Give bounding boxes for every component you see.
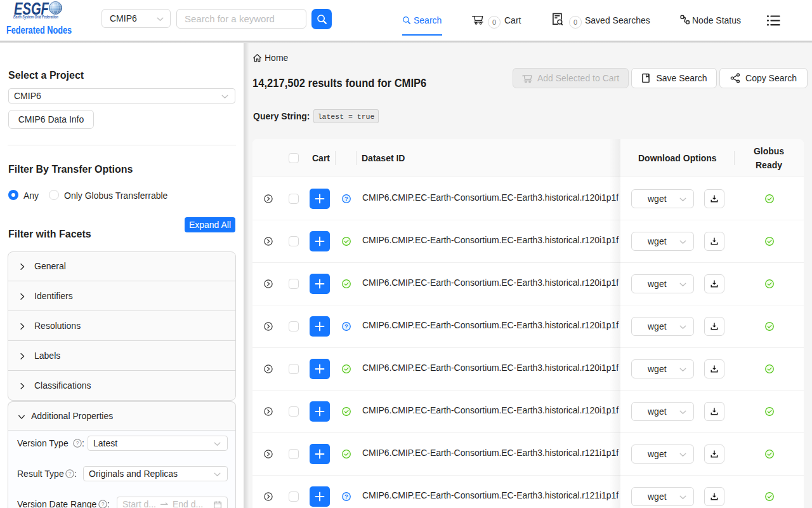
svg-text:?: ? — [69, 471, 72, 477]
svg-text:?: ? — [344, 196, 348, 202]
svg-text:?: ? — [344, 323, 348, 330]
svg-text:?: ? — [102, 501, 105, 507]
svg-text:?: ? — [76, 440, 79, 446]
svg-text:?: ? — [344, 493, 348, 500]
